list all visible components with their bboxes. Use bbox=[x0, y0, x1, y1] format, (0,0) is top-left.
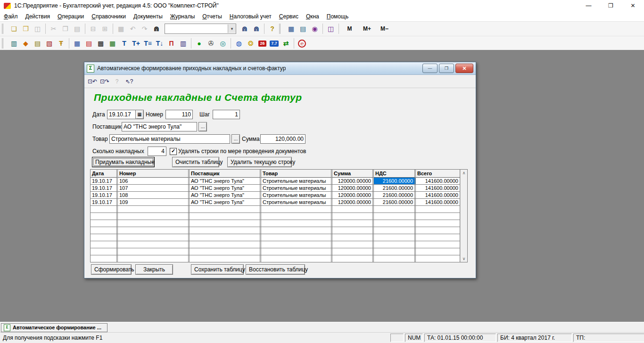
table-cell[interactable] bbox=[374, 241, 416, 248]
menu-item[interactable]: Операции bbox=[54, 12, 88, 21]
table-cell[interactable]: 108 bbox=[118, 192, 190, 199]
table-cell[interactable]: АО "ТНС энерго Тула" bbox=[190, 192, 261, 199]
new-document-icon[interactable]: ❏ bbox=[8, 24, 19, 34]
find-combobox-input[interactable] bbox=[165, 24, 228, 33]
table-cell[interactable] bbox=[261, 220, 332, 227]
table-cell[interactable] bbox=[91, 213, 118, 220]
supplier-input[interactable] bbox=[122, 122, 197, 131]
paste-icon[interactable]: ▤ bbox=[72, 24, 83, 34]
table-cell[interactable]: АО "ТНС энерго Тула" bbox=[190, 185, 261, 192]
menu-item[interactable]: Файл bbox=[0, 12, 22, 21]
menu-item[interactable]: Действия bbox=[22, 12, 54, 21]
checker-report-icon[interactable]: ▩ bbox=[95, 38, 106, 49]
table-cell[interactable] bbox=[190, 206, 261, 213]
table-row[interactable] bbox=[91, 255, 460, 262]
invoice-table-grid[interactable]: ДатаНомерПоставщикТоварСуммаНДСВсего19.1… bbox=[91, 170, 460, 262]
table-cell[interactable] bbox=[91, 220, 118, 227]
account-card-icon[interactable]: T+ bbox=[131, 38, 141, 49]
table-cell[interactable] bbox=[416, 206, 460, 213]
cd-help-icon[interactable]: ◎ bbox=[217, 38, 228, 49]
table-cell[interactable] bbox=[374, 255, 416, 262]
find-icon[interactable]: ⋒ bbox=[151, 24, 162, 34]
table-cell[interactable] bbox=[416, 227, 460, 234]
calendar-date-icon[interactable]: 26 bbox=[257, 38, 268, 49]
table-cell[interactable] bbox=[261, 241, 332, 248]
menu-item[interactable]: Налоговый учет bbox=[226, 12, 275, 21]
journal-icon[interactable]: ▤ bbox=[32, 38, 43, 49]
scroll-down-icon[interactable]: ∨ bbox=[462, 256, 466, 261]
table-cell[interactable]: Строительные материалы bbox=[261, 185, 332, 192]
scroll-up-icon[interactable]: ∧ bbox=[462, 171, 466, 175]
clear-table-button[interactable]: Очистить таблицу bbox=[172, 157, 219, 167]
table-cell[interactable] bbox=[332, 255, 374, 262]
calculator-icon[interactable]: ▦ bbox=[286, 24, 297, 34]
date-input[interactable] bbox=[107, 110, 136, 119]
table-cell[interactable]: Строительные материалы bbox=[261, 178, 332, 185]
dialog-restore-button[interactable]: ❐ bbox=[439, 64, 454, 73]
subconto-icon[interactable]: ▦ bbox=[72, 38, 83, 49]
table-cell[interactable] bbox=[416, 220, 460, 227]
euro-icon[interactable]: ℮ bbox=[297, 38, 307, 49]
help-page-icon[interactable]: ? bbox=[112, 77, 122, 86]
table-cell[interactable] bbox=[118, 255, 190, 262]
traffic-light-assistant-icon[interactable]: ● bbox=[194, 38, 205, 49]
save-icon[interactable]: ◫ bbox=[32, 24, 43, 34]
save-settings-icon[interactable]: ⊡↶ bbox=[88, 77, 97, 86]
table-cell[interactable] bbox=[416, 213, 460, 220]
table-cell[interactable]: 141600.00000 bbox=[416, 178, 460, 185]
undo-icon[interactable]: ↶ bbox=[127, 24, 138, 34]
table-cell[interactable] bbox=[416, 241, 460, 248]
table-row[interactable]: 19.10.17109АО "ТНС энерго Тула"Строитель… bbox=[91, 199, 460, 206]
table-cell[interactable]: АО "ТНС энерго Тула" bbox=[190, 178, 261, 185]
table-cell[interactable] bbox=[118, 213, 190, 220]
table-cell[interactable] bbox=[91, 234, 118, 241]
step-input[interactable] bbox=[213, 110, 240, 119]
table-cell[interactable] bbox=[416, 234, 460, 241]
table-cell[interactable] bbox=[118, 206, 190, 213]
table-cell[interactable] bbox=[91, 248, 118, 255]
table-cell[interactable]: 120000.00000 bbox=[332, 199, 374, 206]
exchange-rate-icon[interactable]: 7.7 bbox=[269, 38, 280, 49]
table-row[interactable] bbox=[91, 213, 460, 220]
amount-input[interactable] bbox=[260, 134, 305, 144]
table-cell[interactable] bbox=[261, 234, 332, 241]
table-cell[interactable]: 21600.00000 bbox=[374, 185, 416, 192]
table-cell[interactable] bbox=[332, 248, 374, 255]
find-next-icon[interactable]: ⋒ bbox=[239, 24, 250, 34]
table-cell[interactable] bbox=[374, 206, 416, 213]
count-input[interactable] bbox=[148, 147, 166, 156]
table-row[interactable] bbox=[91, 234, 460, 241]
data-viewer-icon[interactable]: ◉ bbox=[309, 24, 320, 34]
memory-plus-button[interactable]: M+ bbox=[359, 24, 375, 34]
table-cell[interactable] bbox=[332, 213, 374, 220]
table-cell[interactable]: 19.10.17 bbox=[91, 192, 118, 199]
menu-item[interactable]: Помощь bbox=[323, 12, 352, 21]
table-cell[interactable] bbox=[332, 206, 374, 213]
chart-t-icon[interactable]: Ŧ bbox=[56, 38, 66, 49]
table-row[interactable] bbox=[91, 206, 460, 213]
task-window-button[interactable]: Σ Автоматическое формирование ... bbox=[1, 323, 107, 332]
table-cell[interactable] bbox=[261, 213, 332, 220]
table-vertical-scrollbar[interactable]: ∧ ∨ bbox=[460, 170, 467, 262]
table-cell[interactable]: 141600.00000 bbox=[416, 192, 460, 199]
table-cell[interactable]: 19.10.17 bbox=[91, 199, 118, 206]
memory-store-button[interactable]: M bbox=[341, 24, 358, 34]
menu-item[interactable]: Сервис bbox=[275, 12, 302, 21]
help-icon[interactable]: ? bbox=[267, 24, 278, 34]
number-input[interactable] bbox=[165, 110, 193, 119]
print-icon[interactable]: ⊟ bbox=[88, 24, 99, 34]
dialog-title-bar[interactable]: Σ Автоматическое формирование приходных … bbox=[84, 62, 476, 75]
table-cell[interactable]: 141600.00000 bbox=[416, 199, 460, 206]
calendar-icon[interactable]: ▤ bbox=[297, 24, 308, 34]
close-dialog-button[interactable]: Закрыть bbox=[135, 264, 173, 275]
restore-button[interactable]: ❐ bbox=[600, 0, 622, 11]
menu-item[interactable]: Справочники bbox=[88, 12, 130, 21]
table-cell[interactable] bbox=[374, 220, 416, 227]
table-row[interactable] bbox=[91, 220, 460, 227]
table-cell[interactable] bbox=[332, 234, 374, 241]
table-row[interactable] bbox=[91, 248, 460, 255]
generate-invoices-button[interactable]: Придумать накладные bbox=[92, 157, 155, 167]
table-cell[interactable]: АО "ТНС энерго Тула" bbox=[190, 199, 261, 206]
menu-item[interactable]: Журналы bbox=[166, 12, 198, 21]
table-cell[interactable] bbox=[332, 220, 374, 227]
